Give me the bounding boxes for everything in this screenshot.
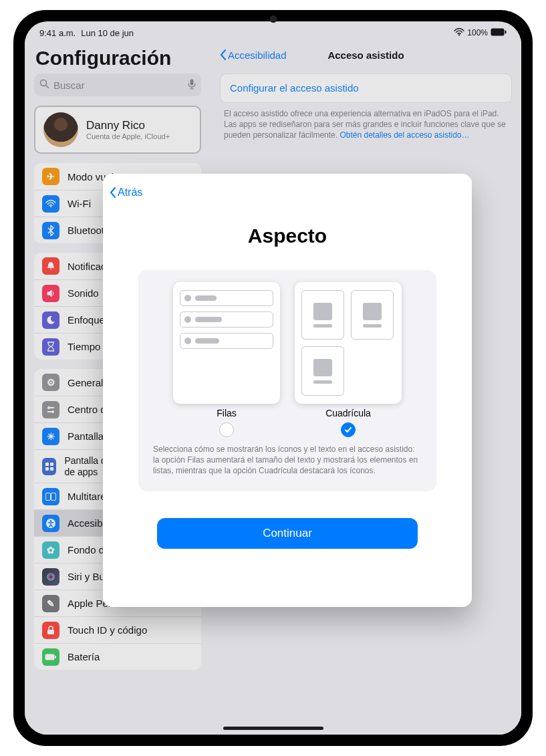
option-rows-radio[interactable] — [219, 422, 234, 437]
option-rows[interactable]: Filas — [173, 282, 280, 437]
option-grid-label: Cuadrícula — [325, 408, 371, 418]
continue-button[interactable]: Continuar — [157, 518, 418, 549]
option-grid-radio[interactable] — [341, 422, 356, 437]
screen: 9:41 a.m. Lun 10 de jun 100% Configuraci… — [25, 21, 521, 735]
home-indicator[interactable] — [223, 727, 323, 730]
preview-grid — [295, 282, 402, 404]
appearance-options: Filas Cuadrícula — [138, 270, 436, 491]
option-grid[interactable]: Cuadrícula — [295, 282, 402, 437]
option-rows-label: Filas — [217, 408, 237, 418]
modal-back-label: Atrás — [118, 186, 142, 199]
options-description: Selecciona cómo se mostrarán los íconos … — [152, 437, 423, 477]
appearance-modal: Atrás Aspecto Filas — [103, 174, 472, 607]
preview-rows — [173, 282, 280, 404]
front-camera — [269, 15, 277, 23]
ipad-frame: 9:41 a.m. Lun 10 de jun 100% Configuraci… — [13, 10, 533, 746]
modal-title: Aspecto — [103, 225, 472, 247]
modal-back-button[interactable]: Atrás — [103, 183, 472, 202]
